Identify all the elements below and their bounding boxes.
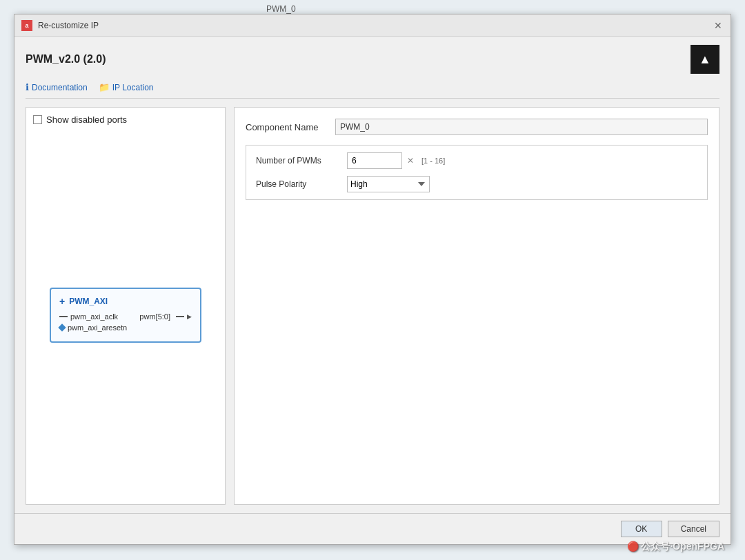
documentation-label: Documentation <box>32 83 88 92</box>
num-pwms-clear-icon[interactable]: ✕ <box>405 155 416 166</box>
num-pwms-range: [1 - 16] <box>421 157 445 165</box>
folder-icon: 📁 <box>99 82 110 92</box>
component-name-label: Component Name <box>246 122 328 132</box>
ip-location-label: IP Location <box>112 83 154 92</box>
title-bar-left: a Re-customize IP <box>21 20 99 31</box>
dialog-content: PWM_v2.0 (2.0) ▲ ℹ Documentation 📁 IP Lo… <box>14 37 731 513</box>
port-line-in-1 <box>59 316 68 317</box>
port-aresetn: pwm_axi_aresetn <box>59 323 192 332</box>
num-pwms-input[interactable] <box>347 152 402 169</box>
documentation-link[interactable]: ℹ Documentation <box>26 82 88 92</box>
bottom-bar: OK Cancel <box>14 513 731 544</box>
pulse-polarity-select[interactable]: High Low <box>347 176 430 192</box>
ip-block-name: PWM_AXI <box>69 297 108 306</box>
show-disabled-row: Show disabled ports <box>33 114 218 125</box>
right-panel: Component Name Number of PWMs ✕ [1 - 16] <box>234 107 719 505</box>
header-row: PWM_v2.0 (2.0) ▲ <box>26 45 719 74</box>
close-button[interactable]: ✕ <box>713 20 724 31</box>
pulse-polarity-label: Pulse Polarity <box>256 179 339 189</box>
ip-block-area: + PWM_AXI pwm_axi_aclk pwm[5:0] ▶ <box>33 133 218 497</box>
ip-title: PWM_v2.0 (2.0) <box>26 53 106 66</box>
num-pwms-label: Number of PWMs <box>256 156 339 166</box>
nav-links: ℹ Documentation 📁 IP Location <box>26 82 719 99</box>
component-name-input[interactable] <box>335 119 708 135</box>
port-line-right-bar-1 <box>176 316 184 317</box>
main-area: Show disabled ports + PWM_AXI pwm_axi_ac… <box>26 107 719 505</box>
ip-block: + PWM_AXI pwm_axi_aclk pwm[5:0] ▶ <box>50 288 201 343</box>
component-name-row: Component Name <box>246 119 708 135</box>
info-icon: ℹ <box>26 82 29 92</box>
dialog: a Re-customize IP ✕ PWM_v2.0 (2.0) ▲ ℹ D… <box>14 14 731 545</box>
cancel-button[interactable]: Cancel <box>668 521 719 537</box>
show-disabled-label: Show disabled ports <box>46 114 127 125</box>
app-icon: a <box>21 20 32 31</box>
port-arrow-right-1: ▶ <box>187 313 192 320</box>
dialog-title: Re-customize IP <box>38 21 99 30</box>
ip-block-title: + PWM_AXI <box>59 296 192 307</box>
ip-location-link[interactable]: 📁 IP Location <box>99 82 154 92</box>
port-aclk-label: pwm_axi_aclk <box>70 312 118 321</box>
pulse-polarity-input-wrap: High Low <box>347 176 430 192</box>
expand-icon[interactable]: + <box>59 296 65 307</box>
pulse-polarity-row: Pulse Polarity High Low <box>256 176 697 192</box>
port-aclk-right-label: pwm[5:0] <box>139 312 170 321</box>
num-pwms-input-wrap: ✕ [1 - 16] <box>347 152 445 169</box>
app-icon-text: a <box>25 22 28 29</box>
num-pwms-row: Number of PWMs ✕ [1 - 16] <box>256 152 697 169</box>
show-disabled-checkbox[interactable] <box>33 115 42 124</box>
ok-button[interactable]: OK <box>621 521 662 537</box>
port-aclk: pwm_axi_aclk pwm[5:0] ▶ <box>59 312 192 321</box>
amd-logo: ▲ <box>691 45 719 74</box>
config-section: Number of PWMs ✕ [1 - 16] Pulse Polarity <box>246 145 708 200</box>
port-diamond-icon <box>58 323 66 331</box>
port-aresetn-label: pwm_axi_aresetn <box>68 323 127 332</box>
port-line-right-1: pwm[5:0] ▶ <box>118 312 192 321</box>
left-panel: Show disabled ports + PWM_AXI pwm_axi_ac… <box>26 107 226 505</box>
title-bar: a Re-customize IP ✕ <box>14 14 731 37</box>
